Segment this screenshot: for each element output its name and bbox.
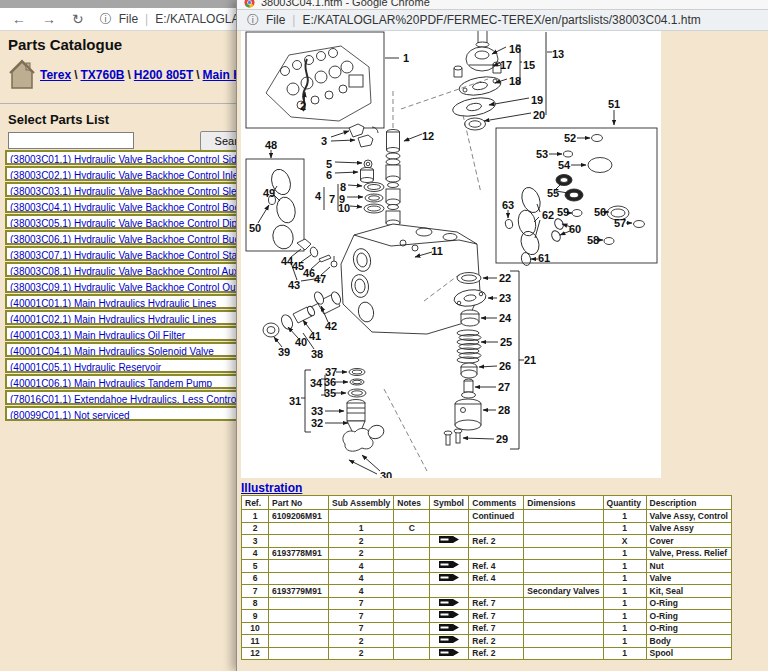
reload-icon[interactable]: ↻ — [72, 12, 84, 26]
table-cell: O-Ring — [646, 622, 731, 635]
table-cell — [394, 647, 430, 660]
svg-text:56: 56 — [594, 206, 606, 218]
home-icon[interactable] — [9, 58, 35, 94]
table-cell: 6 — [242, 572, 269, 585]
table-cell: 8 — [242, 597, 269, 610]
svg-text:3: 3 — [321, 135, 327, 147]
svg-text:62: 62 — [542, 209, 554, 221]
svg-text:17: 17 — [500, 59, 512, 71]
table-cell — [394, 572, 430, 585]
table-row: 54Ref. 41Nut — [242, 560, 732, 573]
info-icon[interactable]: ⓘ — [100, 11, 112, 28]
table-cell — [524, 547, 603, 560]
table-cell — [524, 647, 603, 660]
table-cell — [394, 510, 430, 523]
table-cell: Kit, Seal — [646, 585, 731, 598]
parts-list-link[interactable]: (78016C01.1) Extendahoe Hydraulics, Less… — [10, 394, 267, 405]
column-header: Dimensions — [524, 496, 603, 510]
column-header: Ref. — [242, 496, 269, 510]
table-row: 87Ref. 71O-Ring — [242, 597, 732, 610]
search-input[interactable] — [8, 132, 134, 149]
svg-text:1: 1 — [403, 52, 409, 64]
table-cell — [524, 597, 603, 610]
column-header: Notes — [394, 496, 430, 510]
breadcrumb-link[interactable]: Terex — [40, 68, 71, 82]
table-cell — [394, 597, 430, 610]
window-titlebar[interactable]: 38003C04.1.htm - Google Chrome — [237, 0, 768, 10]
svg-text:40: 40 — [295, 336, 307, 348]
table-row: 112Ref. 21Body — [242, 635, 732, 648]
breadcrumb-separator: \ — [128, 68, 131, 82]
table-cell: 7 — [329, 610, 394, 623]
svg-text:52: 52 — [564, 132, 576, 144]
svg-text:48: 48 — [265, 139, 277, 151]
cartridge-symbol-icon — [438, 648, 460, 657]
cartridge-symbol-icon — [438, 598, 460, 607]
forward-icon[interactable]: → — [42, 12, 56, 26]
svg-text:58: 58 — [587, 234, 599, 246]
table-cell: 1 — [603, 572, 646, 585]
svg-text:34: 34 — [310, 377, 323, 389]
table-cell: 1 — [603, 610, 646, 623]
breadcrumb-link[interactable]: H200 805T — [134, 68, 193, 82]
table-cell — [430, 535, 469, 548]
svg-text:13: 13 — [552, 48, 564, 60]
table-cell — [269, 597, 329, 610]
table-cell: 6193778M91 — [269, 547, 329, 560]
parts-list-link[interactable]: (40001C02.1) Main Hydraulics Hydraulic L… — [10, 314, 216, 325]
parts-list-page: 1235647891012484950161715181319205152535… — [237, 31, 768, 671]
table-cell: Secondary Valves — [524, 585, 603, 598]
parts-list-link[interactable]: (40001C01.1) Main Hydraulics Hydraulic L… — [10, 298, 216, 309]
svg-text:18: 18 — [509, 75, 521, 87]
svg-text:28: 28 — [498, 404, 510, 416]
table-cell: 1 — [603, 635, 646, 648]
svg-text:31: 31 — [289, 395, 301, 407]
table-cell — [269, 560, 329, 573]
table-cell — [524, 560, 603, 573]
illustration-link[interactable]: Illustration — [241, 481, 302, 495]
parts-list-link[interactable]: (40001C05.1) Hydraulic Reservoir — [10, 362, 161, 373]
table-cell — [430, 635, 469, 648]
parts-list-link[interactable]: (80099C01.1) Not serviced — [10, 410, 130, 421]
table-cell — [269, 635, 329, 648]
table-row: 32Ref. 2XCover — [242, 535, 732, 548]
table-cell — [524, 572, 603, 585]
popup-address-bar[interactable]: ⓘ File | E:/KATALOGLAR%20PDF/FERMEC-TERE… — [237, 10, 768, 31]
table-cell — [269, 610, 329, 623]
parts-list-link[interactable]: (40001C03.1) Main Hydraulics Oil Filter — [10, 330, 185, 341]
back-icon[interactable]: ← — [12, 12, 26, 26]
svg-text:50: 50 — [249, 222, 261, 234]
table-cell: Spool — [646, 647, 731, 660]
table-cell — [394, 547, 430, 560]
url-separator: | — [292, 13, 295, 27]
table-cell: 2 — [242, 522, 269, 535]
parts-list-link[interactable]: (40001C04.1) Main Hydraulics Solenoid Va… — [10, 346, 214, 357]
breadcrumb-link[interactable]: TX760B — [80, 68, 124, 82]
svg-text:49: 49 — [263, 187, 275, 199]
table-cell: Cover — [646, 535, 731, 548]
url-separator: | — [145, 12, 148, 26]
table-cell — [269, 622, 329, 635]
svg-text:47: 47 — [314, 273, 326, 285]
svg-text:2: 2 — [300, 100, 306, 112]
info-icon[interactable]: ⓘ — [247, 12, 259, 29]
svg-text:55: 55 — [547, 187, 559, 199]
table-cell — [524, 622, 603, 635]
table-cell: 1 — [603, 510, 646, 523]
svg-text:21: 21 — [524, 354, 536, 366]
parts-list-link[interactable]: (40001C06.1) Main Hydraulics Tandem Pump — [10, 378, 212, 389]
table-cell: 11 — [242, 635, 269, 648]
svg-text:54: 54 — [558, 159, 571, 171]
table-cell: Ref. 4 — [469, 560, 524, 573]
table-cell: Body — [646, 635, 731, 648]
table-cell — [430, 547, 469, 560]
svg-text:4: 4 — [315, 190, 322, 202]
svg-text:16: 16 — [509, 43, 521, 55]
table-cell: 4 — [329, 585, 394, 598]
url-text: E:/KATALOGLAR%20PDF/FERMEC-TEREX/en/part… — [302, 13, 700, 27]
table-cell — [269, 647, 329, 660]
table-cell — [524, 510, 603, 523]
table-cell: 6109206M91 — [269, 510, 329, 523]
table-cell: 2 — [329, 635, 394, 648]
svg-text:10: 10 — [338, 202, 350, 214]
